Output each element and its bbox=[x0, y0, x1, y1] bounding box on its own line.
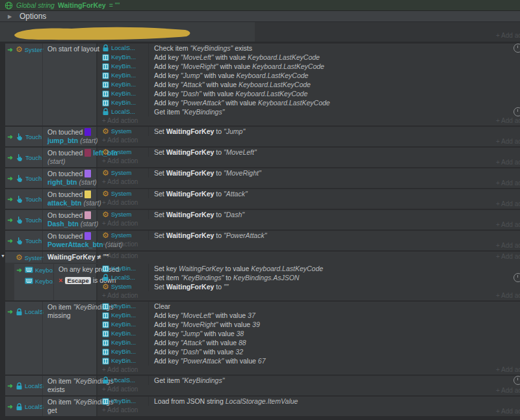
action-row[interactable]: KeyBin...Add key "Jump" with value Keybo… bbox=[98, 71, 520, 80]
condition-row[interactable]: ➜LocalSt...On item "KeyBindings"exists bbox=[5, 376, 96, 395]
action-text[interactable]: Add key "Jump" with value 38 bbox=[149, 329, 244, 338]
action-text[interactable]: Load from JSON string LocalStorage.ItemV… bbox=[149, 397, 298, 406]
action-row[interactable]: KeyBin...Set key WaitingForKey to value … bbox=[98, 264, 520, 273]
add-action-link[interactable]: + Add action bbox=[98, 385, 520, 394]
action-row[interactable]: LocalS...Get item "KeyBindings" bbox=[98, 107, 520, 116]
add-action-link[interactable]: + Add action bbox=[98, 198, 520, 207]
add-action-link-right[interactable]: + Add action bbox=[496, 116, 520, 125]
action-text[interactable]: Set key WaitingForKey to value Keyboard.… bbox=[149, 264, 323, 273]
event-object-cell[interactable]: ➜Touch bbox=[5, 210, 44, 230]
action-text[interactable]: Clear bbox=[149, 302, 170, 311]
action-text[interactable]: Check item "KeyBindings" exists bbox=[149, 44, 252, 53]
condition-row[interactable]: Keybo...×Escape is down bbox=[14, 275, 96, 286]
condition-text[interactable]: On touchedjump_btn (start) bbox=[44, 127, 98, 146]
action-text[interactable]: Set WaitingForKey to "Jump" bbox=[149, 127, 245, 136]
action-row[interactable]: KeyBin...Add key "Dash" with value Keybo… bbox=[98, 89, 520, 98]
action-object-cell[interactable]: LocalS... bbox=[98, 376, 149, 385]
event-object-cell[interactable]: ➜LocalSt... bbox=[5, 302, 44, 321]
add-action-link-right[interactable]: + Add action bbox=[496, 241, 520, 250]
condition-row[interactable]: ➜TouchOn touchedDash_btn (start) bbox=[5, 210, 96, 230]
event-object-cell[interactable]: ➜Touch bbox=[5, 189, 44, 209]
action-object-cell[interactable]: LocalS... bbox=[98, 44, 149, 53]
action-object-cell[interactable]: KeyBin... bbox=[98, 356, 149, 365]
condition-row[interactable]: ➜Keybo...On any key pressed bbox=[14, 264, 96, 275]
add-action-link-right[interactable]: + Add action bbox=[496, 291, 520, 300]
add-action-link[interactable]: + Add action bbox=[98, 116, 520, 125]
action-text[interactable]: Set WaitingForKey to "" bbox=[149, 282, 228, 291]
condition-row[interactable]: ➜TouchOn touchedPowerAttack_btn (start) bbox=[5, 231, 96, 250]
add-action-link[interactable]: + Add action bbox=[98, 291, 520, 300]
action-object-cell[interactable]: ⚙System bbox=[98, 231, 149, 240]
event-object-cell[interactable]: ➜⚙System bbox=[5, 44, 44, 55]
action-object-cell[interactable]: LocalS... bbox=[98, 107, 149, 116]
action-row[interactable]: KeyBin...Clear bbox=[98, 302, 520, 311]
condition-row[interactable]: ➜TouchOn touchedattack_btn (start) bbox=[5, 189, 96, 209]
add-action-link[interactable]: + Add action bbox=[98, 365, 520, 374]
action-object-cell[interactable]: ⚙System bbox=[98, 148, 149, 157]
action-object-cell[interactable]: LocalS... bbox=[98, 273, 149, 282]
add-action-link-right[interactable]: + Add action bbox=[496, 179, 520, 187]
action-text[interactable]: Add key "Jump" with value Keyboard.LastK… bbox=[149, 71, 308, 80]
action-row[interactable]: ⚙SystemSet WaitingForKey to "Attack" bbox=[98, 189, 520, 198]
add-action-link[interactable]: + Add action bbox=[98, 157, 520, 166]
action-row[interactable]: KeyBin...Add key "MoveRight" with value … bbox=[98, 62, 520, 71]
event-object-cell[interactable]: ➜Touch bbox=[5, 148, 44, 167]
action-object-cell[interactable]: KeyBin... bbox=[98, 302, 149, 311]
condition-row[interactable]: ➜LocalSt...On item "KeyBindings"get bbox=[5, 397, 96, 416]
event-object-cell[interactable]: ➜Keybo... bbox=[14, 264, 55, 275]
action-text[interactable]: Add key "Dash" with value 32 bbox=[149, 347, 243, 356]
add-action-link-right[interactable]: + Add action bbox=[496, 407, 520, 415]
action-text[interactable]: Add key "Attack" with value 88 bbox=[149, 338, 246, 347]
action-text[interactable]: Add key "MoveRight" with value Keyboard.… bbox=[149, 62, 324, 71]
action-row[interactable]: LocalS...Get item "KeyBindings" bbox=[98, 376, 520, 385]
action-text[interactable]: Add key "PowerAttack" with value Keyboar… bbox=[149, 98, 330, 107]
action-object-cell[interactable]: KeyBin... bbox=[98, 397, 149, 406]
action-text[interactable]: Add key "Dash" with value Keyboard.LastK… bbox=[149, 89, 307, 98]
action-row[interactable]: KeyBin...Add key "MoveLeft" with value 3… bbox=[98, 311, 520, 320]
action-object-cell[interactable]: ⚙System bbox=[98, 210, 149, 219]
global-variable-bar[interactable]: Global string WaitingForKey = "" bbox=[0, 0, 520, 11]
condition-row[interactable]: ➜TouchOn touchedright_btn (start) bbox=[5, 168, 96, 188]
action-object-cell[interactable]: KeyBin... bbox=[98, 311, 149, 320]
action-object-cell[interactable]: KeyBin... bbox=[98, 89, 149, 98]
action-row[interactable]: KeyBin...Add key "PowerAttack" with valu… bbox=[98, 98, 520, 107]
action-row[interactable]: LocalS...Check item "KeyBindings" exists bbox=[98, 44, 520, 53]
add-action-link[interactable]: + Add action bbox=[98, 219, 520, 228]
action-row[interactable]: ⚙SystemSet WaitingForKey to "MoveRight" bbox=[98, 168, 520, 177]
event-object-cell[interactable]: ➜Touch bbox=[5, 231, 44, 250]
action-row[interactable]: KeyBin...Add key "PowerAttack" with valu… bbox=[98, 356, 520, 365]
chevron-right-icon[interactable]: ▶ bbox=[0, 14, 20, 20]
collapse-arrow-icon[interactable]: ▼ bbox=[1, 254, 5, 258]
action-row[interactable]: KeyBin...Load from JSON string LocalStor… bbox=[98, 397, 520, 406]
action-object-cell[interactable]: KeyBin... bbox=[98, 71, 149, 80]
condition-text[interactable]: On touchedattack_btn (start) bbox=[44, 189, 101, 209]
add-action-link-right[interactable]: + Add action bbox=[496, 365, 520, 374]
action-row[interactable]: ⚙SystemSet WaitingForKey to "PowerAttack… bbox=[98, 231, 520, 240]
add-action-link-right[interactable]: + Add action bbox=[496, 137, 520, 146]
add-action-link-right[interactable]: + Add action bbox=[496, 252, 520, 261]
action-row[interactable]: KeyBin...Add key "Attack" with value 88 bbox=[98, 338, 520, 347]
add-action-link-right[interactable]: + Add action bbox=[496, 386, 520, 395]
action-object-cell[interactable]: KeyBin... bbox=[98, 264, 149, 273]
action-row[interactable]: ⚙SystemSet WaitingForKey to "MoveLeft" bbox=[98, 148, 520, 157]
action-row[interactable]: KeyBin...Add key "Attack" with value Key… bbox=[98, 80, 520, 89]
add-action-link[interactable]: + Add action bbox=[98, 406, 520, 415]
action-object-cell[interactable]: KeyBin... bbox=[98, 338, 149, 347]
condition-row[interactable]: ➜TouchOn touchedjump_btn (start) bbox=[5, 127, 96, 146]
action-row[interactable]: ⚙SystemSet WaitingForKey to "Dash" bbox=[98, 210, 520, 219]
action-text[interactable]: Set WaitingForKey to "MoveLeft" bbox=[149, 148, 257, 157]
condition-text[interactable]: On touchedright_btn (start) bbox=[44, 168, 97, 188]
add-action-link[interactable]: + Add action bbox=[98, 136, 520, 145]
action-object-cell[interactable]: KeyBin... bbox=[98, 347, 149, 356]
condition-row[interactable]: ➜TouchOn touched left_btn(start) bbox=[5, 148, 96, 167]
action-text[interactable]: Set WaitingForKey to "MoveRight" bbox=[149, 168, 261, 177]
condition-row[interactable]: ➜⚙SystemOn start of layout bbox=[5, 44, 96, 55]
event-object-cell[interactable]: ⚙System bbox=[5, 252, 44, 263]
action-text[interactable]: Get item "KeyBindings" bbox=[149, 107, 224, 116]
action-object-cell[interactable]: KeyBin... bbox=[98, 80, 149, 89]
add-action-link[interactable]: + Add action bbox=[98, 177, 520, 187]
action-text[interactable]: Set WaitingForKey to "Dash" bbox=[149, 210, 244, 219]
event-object-cell[interactable]: ➜Touch bbox=[5, 168, 44, 188]
action-object-cell[interactable]: ⚙System bbox=[98, 168, 149, 177]
options-group-header[interactable]: ▶ Options bbox=[0, 11, 520, 22]
